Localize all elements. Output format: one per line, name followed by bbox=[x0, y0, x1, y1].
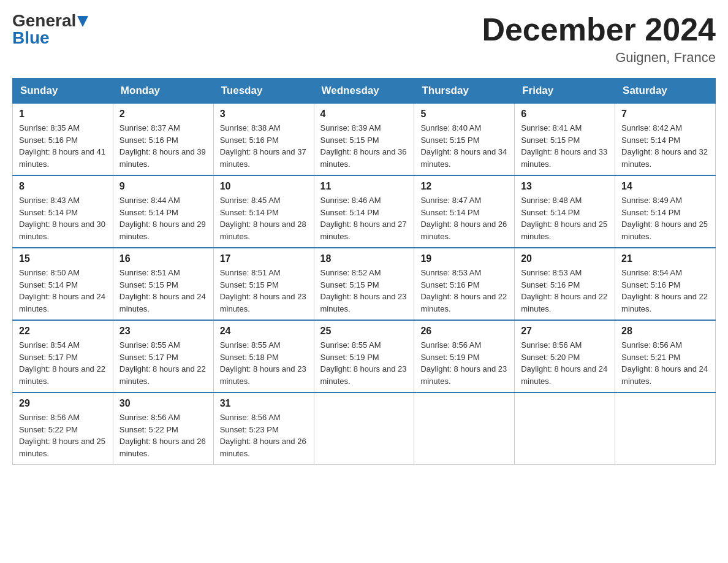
calendar-header-row: Sunday Monday Tuesday Wednesday Thursday… bbox=[13, 79, 716, 104]
table-row: 28 Sunrise: 8:56 AM Sunset: 5:21 PM Dayl… bbox=[615, 320, 716, 393]
day-info: Sunrise: 8:47 AM Sunset: 5:14 PM Dayligh… bbox=[420, 194, 508, 242]
calendar-table: Sunday Monday Tuesday Wednesday Thursday… bbox=[12, 78, 716, 465]
day-info: Sunrise: 8:37 AM Sunset: 5:16 PM Dayligh… bbox=[119, 122, 207, 170]
header-monday: Monday bbox=[113, 79, 213, 104]
page-header: General Blue December 2024 Guignen, Fran… bbox=[12, 12, 716, 66]
table-row: 10 Sunrise: 8:45 AM Sunset: 5:14 PM Dayl… bbox=[213, 175, 314, 248]
day-info: Sunrise: 8:56 AM Sunset: 5:19 PM Dayligh… bbox=[420, 339, 508, 387]
month-title: December 2024 bbox=[482, 12, 716, 47]
table-row: 19 Sunrise: 8:53 AM Sunset: 5:16 PM Dayl… bbox=[414, 248, 515, 320]
table-row: 7 Sunrise: 8:42 AM Sunset: 5:14 PM Dayli… bbox=[615, 104, 716, 176]
table-row bbox=[414, 393, 515, 465]
table-row bbox=[515, 393, 615, 465]
day-info: Sunrise: 8:56 AM Sunset: 5:22 PM Dayligh… bbox=[119, 412, 207, 459]
calendar-week-row: 29 Sunrise: 8:56 AM Sunset: 5:22 PM Dayl… bbox=[13, 393, 716, 465]
day-info: Sunrise: 8:56 AM Sunset: 5:20 PM Dayligh… bbox=[521, 339, 609, 387]
logo: General Blue bbox=[12, 12, 88, 47]
location: Guignen, France bbox=[482, 50, 716, 66]
day-number: 29 bbox=[19, 398, 107, 409]
header-wednesday: Wednesday bbox=[314, 79, 414, 104]
day-info: Sunrise: 8:55 AM Sunset: 5:18 PM Dayligh… bbox=[220, 339, 308, 387]
day-info: Sunrise: 8:43 AM Sunset: 5:14 PM Dayligh… bbox=[19, 194, 107, 242]
table-row: 4 Sunrise: 8:39 AM Sunset: 5:15 PM Dayli… bbox=[314, 104, 414, 176]
day-info: Sunrise: 8:40 AM Sunset: 5:15 PM Dayligh… bbox=[420, 122, 508, 170]
day-info: Sunrise: 8:38 AM Sunset: 5:16 PM Dayligh… bbox=[220, 122, 308, 170]
day-info: Sunrise: 8:48 AM Sunset: 5:14 PM Dayligh… bbox=[521, 194, 609, 242]
day-number: 6 bbox=[521, 109, 609, 120]
table-row: 17 Sunrise: 8:51 AM Sunset: 5:15 PM Dayl… bbox=[213, 248, 314, 320]
day-number: 18 bbox=[320, 253, 408, 264]
day-number: 9 bbox=[119, 181, 207, 192]
day-info: Sunrise: 8:56 AM Sunset: 5:21 PM Dayligh… bbox=[621, 339, 709, 387]
table-row: 16 Sunrise: 8:51 AM Sunset: 5:15 PM Dayl… bbox=[113, 248, 213, 320]
day-info: Sunrise: 8:52 AM Sunset: 5:15 PM Dayligh… bbox=[320, 267, 408, 315]
day-number: 7 bbox=[621, 109, 709, 120]
day-info: Sunrise: 8:55 AM Sunset: 5:19 PM Dayligh… bbox=[320, 339, 408, 387]
day-info: Sunrise: 8:53 AM Sunset: 5:16 PM Dayligh… bbox=[521, 267, 609, 315]
header-tuesday: Tuesday bbox=[213, 79, 314, 104]
table-row: 6 Sunrise: 8:41 AM Sunset: 5:15 PM Dayli… bbox=[515, 104, 615, 176]
day-number: 13 bbox=[521, 181, 609, 192]
day-info: Sunrise: 8:56 AM Sunset: 5:23 PM Dayligh… bbox=[220, 412, 308, 459]
table-row: 20 Sunrise: 8:53 AM Sunset: 5:16 PM Dayl… bbox=[515, 248, 615, 320]
day-number: 30 bbox=[119, 398, 207, 409]
table-row: 18 Sunrise: 8:52 AM Sunset: 5:15 PM Dayl… bbox=[314, 248, 414, 320]
day-number: 14 bbox=[621, 181, 709, 192]
day-number: 27 bbox=[521, 326, 609, 337]
day-info: Sunrise: 8:51 AM Sunset: 5:15 PM Dayligh… bbox=[220, 267, 308, 315]
day-number: 28 bbox=[621, 326, 709, 337]
table-row: 25 Sunrise: 8:55 AM Sunset: 5:19 PM Dayl… bbox=[314, 320, 414, 393]
table-row bbox=[314, 393, 414, 465]
day-number: 11 bbox=[320, 181, 408, 192]
day-number: 8 bbox=[19, 181, 107, 192]
day-info: Sunrise: 8:41 AM Sunset: 5:15 PM Dayligh… bbox=[521, 122, 609, 170]
day-info: Sunrise: 8:54 AM Sunset: 5:16 PM Dayligh… bbox=[621, 267, 709, 315]
header-sunday: Sunday bbox=[13, 79, 113, 104]
table-row: 12 Sunrise: 8:47 AM Sunset: 5:14 PM Dayl… bbox=[414, 175, 515, 248]
day-info: Sunrise: 8:50 AM Sunset: 5:14 PM Dayligh… bbox=[19, 267, 107, 315]
day-number: 1 bbox=[19, 109, 107, 120]
day-number: 5 bbox=[420, 109, 508, 120]
day-number: 22 bbox=[19, 326, 107, 337]
day-info: Sunrise: 8:56 AM Sunset: 5:22 PM Dayligh… bbox=[19, 412, 107, 459]
header-saturday: Saturday bbox=[615, 79, 716, 104]
calendar-week-row: 22 Sunrise: 8:54 AM Sunset: 5:17 PM Dayl… bbox=[13, 320, 716, 393]
calendar-week-row: 1 Sunrise: 8:35 AM Sunset: 5:16 PM Dayli… bbox=[13, 104, 716, 176]
header-thursday: Thursday bbox=[414, 79, 515, 104]
day-number: 20 bbox=[521, 253, 609, 264]
day-info: Sunrise: 8:49 AM Sunset: 5:14 PM Dayligh… bbox=[621, 194, 709, 242]
day-info: Sunrise: 8:53 AM Sunset: 5:16 PM Dayligh… bbox=[420, 267, 508, 315]
table-row: 15 Sunrise: 8:50 AM Sunset: 5:14 PM Dayl… bbox=[13, 248, 113, 320]
day-info: Sunrise: 8:39 AM Sunset: 5:15 PM Dayligh… bbox=[320, 122, 408, 170]
table-row: 29 Sunrise: 8:56 AM Sunset: 5:22 PM Dayl… bbox=[13, 393, 113, 465]
table-row: 31 Sunrise: 8:56 AM Sunset: 5:23 PM Dayl… bbox=[213, 393, 314, 465]
day-number: 3 bbox=[220, 109, 308, 120]
day-info: Sunrise: 8:42 AM Sunset: 5:14 PM Dayligh… bbox=[621, 122, 709, 170]
day-info: Sunrise: 8:55 AM Sunset: 5:17 PM Dayligh… bbox=[119, 339, 207, 387]
svg-marker-0 bbox=[77, 16, 88, 27]
day-info: Sunrise: 8:46 AM Sunset: 5:14 PM Dayligh… bbox=[320, 194, 408, 242]
table-row: 1 Sunrise: 8:35 AM Sunset: 5:16 PM Dayli… bbox=[13, 104, 113, 176]
day-info: Sunrise: 8:44 AM Sunset: 5:14 PM Dayligh… bbox=[119, 194, 207, 242]
day-info: Sunrise: 8:54 AM Sunset: 5:17 PM Dayligh… bbox=[19, 339, 107, 387]
table-row: 24 Sunrise: 8:55 AM Sunset: 5:18 PM Dayl… bbox=[213, 320, 314, 393]
calendar-week-row: 15 Sunrise: 8:50 AM Sunset: 5:14 PM Dayl… bbox=[13, 248, 716, 320]
day-number: 12 bbox=[420, 181, 508, 192]
table-row: 13 Sunrise: 8:48 AM Sunset: 5:14 PM Dayl… bbox=[515, 175, 615, 248]
day-number: 15 bbox=[19, 253, 107, 264]
header-friday: Friday bbox=[515, 79, 615, 104]
table-row: 8 Sunrise: 8:43 AM Sunset: 5:14 PM Dayli… bbox=[13, 175, 113, 248]
table-row bbox=[615, 393, 716, 465]
day-number: 17 bbox=[220, 253, 308, 264]
table-row: 9 Sunrise: 8:44 AM Sunset: 5:14 PM Dayli… bbox=[113, 175, 213, 248]
logo-blue: Blue bbox=[12, 29, 50, 47]
day-number: 25 bbox=[320, 326, 408, 337]
day-number: 23 bbox=[119, 326, 207, 337]
table-row: 11 Sunrise: 8:46 AM Sunset: 5:14 PM Dayl… bbox=[314, 175, 414, 248]
table-row: 21 Sunrise: 8:54 AM Sunset: 5:16 PM Dayl… bbox=[615, 248, 716, 320]
table-row: 27 Sunrise: 8:56 AM Sunset: 5:20 PM Dayl… bbox=[515, 320, 615, 393]
day-number: 21 bbox=[621, 253, 709, 264]
table-row: 14 Sunrise: 8:49 AM Sunset: 5:14 PM Dayl… bbox=[615, 175, 716, 248]
table-row: 23 Sunrise: 8:55 AM Sunset: 5:17 PM Dayl… bbox=[113, 320, 213, 393]
day-info: Sunrise: 8:35 AM Sunset: 5:16 PM Dayligh… bbox=[19, 122, 107, 170]
